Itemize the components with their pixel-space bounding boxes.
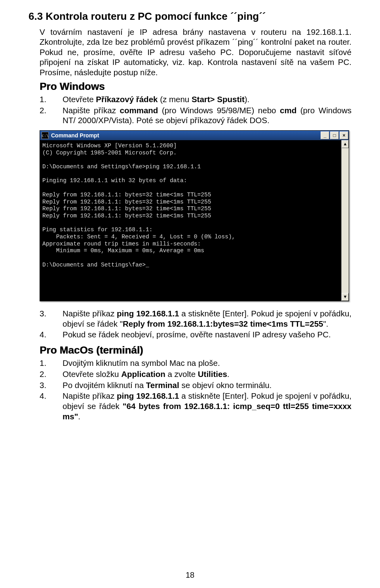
step-number: 2. bbox=[40, 369, 63, 379]
minimize-button[interactable]: _ bbox=[321, 131, 329, 139]
step-number: 1. bbox=[40, 358, 63, 368]
step-number: 1. bbox=[40, 94, 63, 105]
console-output: Microsoft Windows XP [Version 5.1.2600] … bbox=[40, 140, 341, 301]
page-number: 18 bbox=[0, 570, 380, 580]
list-item: 3. Po dvojitém kliknutí na Terminal se o… bbox=[40, 380, 352, 390]
step-text: Pokud se řádek neobjeví, prosíme, ověřte… bbox=[63, 329, 352, 340]
windows-steps-after: 3. Napište příkaz ping 192.168.1.1 a sti… bbox=[40, 308, 352, 340]
list-item: 1. Dvojitým kliknutím na symbol Mac na p… bbox=[40, 358, 352, 368]
windows-heading: Pro Windows bbox=[40, 80, 352, 93]
command-prompt-window: c:\ Command Prompt _ □ × Microsoft Windo… bbox=[40, 130, 349, 301]
step-number: 4. bbox=[40, 329, 63, 340]
step-text: Po dvojitém kliknutí na Terminal se obje… bbox=[63, 380, 352, 390]
intro-paragraph: V továrním nastavení je IP adresa brány … bbox=[40, 27, 352, 78]
macos-steps: 1. Dvojitým kliknutím na symbol Mac na p… bbox=[40, 358, 352, 421]
list-item: 2. Otevřete složku Application a zvolte … bbox=[40, 369, 352, 379]
step-number: 3. bbox=[40, 308, 63, 329]
windows-steps-before: 1. Otevřete Příkazový řádek (z menu Star… bbox=[40, 94, 352, 126]
list-item: 4. Napište příkaz ping 192.168.1.1 a sti… bbox=[40, 391, 352, 421]
list-item: 3. Napište příkaz ping 192.168.1.1 a sti… bbox=[40, 308, 352, 329]
cmd-icon: c:\ bbox=[42, 132, 49, 139]
macos-heading: Pro MacOs (terminál) bbox=[40, 344, 352, 357]
step-number: 3. bbox=[40, 380, 63, 390]
list-item: 4. Pokud se řádek neobjeví, prosíme, ově… bbox=[40, 329, 352, 340]
step-number: 4. bbox=[40, 391, 63, 421]
window-title: Command Prompt bbox=[51, 132, 99, 139]
step-number: 2. bbox=[40, 105, 63, 126]
list-item: 1. Otevřete Příkazový řádek (z menu Star… bbox=[40, 94, 352, 105]
step-text: Napište příkaz command (pro Windows 95/9… bbox=[63, 105, 352, 126]
close-button[interactable]: × bbox=[340, 131, 348, 139]
maximize-button[interactable]: □ bbox=[330, 131, 339, 139]
titlebar: c:\ Command Prompt _ □ × bbox=[40, 131, 349, 140]
section-title: 6.3 Kontrola routeru z PC pomocí funkce … bbox=[28, 10, 352, 23]
scroll-down-icon[interactable]: ▼ bbox=[342, 293, 349, 301]
step-text: Otevřete Příkazový řádek (z menu Start> … bbox=[63, 94, 352, 105]
step-text: Otevřete složku Application a zvolte Uti… bbox=[63, 369, 352, 379]
step-text: Dvojitým kliknutím na symbol Mac na ploš… bbox=[63, 358, 352, 368]
scroll-up-icon[interactable]: ▲ bbox=[342, 140, 349, 148]
list-item: 2. Napište příkaz command (pro Windows 9… bbox=[40, 105, 352, 126]
page: 6.3 Kontrola routeru z PC pomocí funkce … bbox=[0, 0, 380, 588]
scrollbar[interactable]: ▲ ▼ bbox=[341, 140, 349, 301]
step-text: Napište příkaz ping 192.168.1.1 a stiskn… bbox=[63, 308, 352, 329]
step-text: Napište příkaz ping 192.168.1.1 a stiskn… bbox=[63, 391, 352, 421]
